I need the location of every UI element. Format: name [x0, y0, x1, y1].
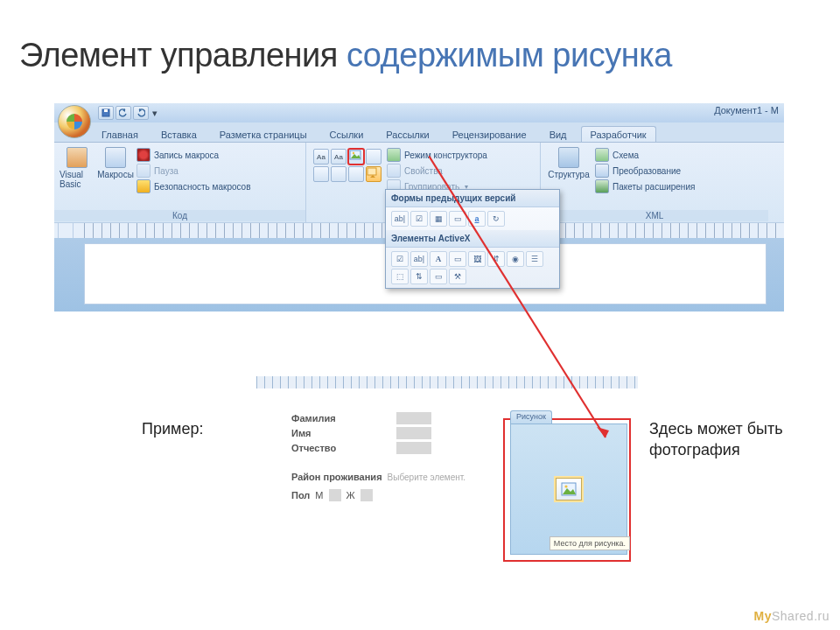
activex-header: Элементы ActiveX [386, 230, 559, 248]
quick-access-toolbar: ▾ [98, 106, 159, 120]
ax-combobox-icon[interactable]: ▭ [449, 251, 466, 267]
design-mode-button[interactable]: Режим конструктора [385, 147, 489, 163]
dropdown-control-icon[interactable] [313, 166, 329, 182]
macros-button[interactable]: Макросы [96, 145, 135, 208]
checkbox-male[interactable] [329, 489, 341, 501]
picture-tooltip: Место для рисунка. [550, 536, 630, 550]
ax-button-icon[interactable]: ▭ [430, 269, 447, 284]
legacy-forms-icons: ab| ☑ ▦ ▭ a ↻ [386, 207, 559, 230]
ribbon-tabs: Главная Вставка Разметка страницы Ссылки… [54, 122, 784, 142]
macros-icon [105, 147, 126, 168]
region-placeholder[interactable]: Выберите элемент. [388, 472, 466, 482]
svg-rect-4 [368, 168, 376, 175]
expansion-icon [595, 179, 609, 193]
svg-point-3 [353, 152, 354, 154]
datepicker-control-icon[interactable] [331, 166, 346, 182]
ax-label-icon[interactable]: A [430, 251, 447, 267]
label-patronymic: Отчество [291, 443, 388, 453]
tab-references[interactable]: Ссылки [321, 127, 373, 142]
properties-button[interactable]: Свойства [385, 163, 489, 178]
redo-icon[interactable] [133, 106, 149, 120]
titlebar: ▾ Документ1 - M [54, 103, 784, 122]
legacy-frame-icon[interactable]: ▭ [449, 211, 466, 227]
svg-rect-1 [104, 109, 108, 112]
legacy-text-field-icon[interactable]: ab| [391, 211, 409, 227]
legacy-shading-icon[interactable]: a [468, 211, 486, 227]
ax-listbox-icon[interactable]: ☰ [526, 251, 543, 267]
tab-insert[interactable]: Вставка [152, 127, 206, 142]
doc-page: Фамилия Имя Отчество Район проживания Вы… [256, 388, 638, 597]
slide-title-part1: Элемент управления [19, 37, 346, 74]
structure-icon [558, 147, 579, 168]
ax-scroll-icon[interactable]: ⇵ [487, 251, 505, 267]
combobox-control-icon[interactable] [366, 149, 382, 164]
office-button[interactable] [58, 105, 91, 138]
picture-control-highlight: Рисунок Место для рисунка. [503, 418, 631, 562]
design-mode-icon [387, 148, 401, 162]
undo-icon[interactable] [116, 106, 131, 120]
richtext-control-icon[interactable]: Aa [313, 149, 329, 164]
tab-pagelayout[interactable]: Разметка страницы [211, 127, 316, 142]
picture-control-icon[interactable] [348, 149, 364, 164]
tab-home[interactable]: Главная [93, 127, 147, 142]
visual-basic-icon [66, 147, 88, 168]
document-example: Фамилия Имя Отчество Район проживания Вы… [256, 376, 638, 597]
svg-point-8 [564, 485, 567, 487]
photo-hint-label: Здесь может быть фотография [649, 418, 789, 461]
tab-view[interactable]: Вид [541, 127, 576, 142]
slide-title: Элемент управления содержимым рисунка [19, 37, 672, 74]
properties-icon [387, 164, 401, 178]
ax-more-icon[interactable]: ⚒ [449, 269, 466, 284]
label-surname: Фамилия [291, 413, 388, 424]
expansion-packs-button[interactable]: Пакеты расширения [593, 178, 696, 194]
group-code-label: Код [54, 210, 305, 221]
schema-icon [595, 148, 609, 162]
ax-toggle-icon[interactable]: ⬚ [391, 269, 409, 284]
label-sex-f: Ж [346, 490, 355, 500]
legacy-forms-header: Формы предыдущих версий [386, 190, 559, 207]
save-icon[interactable] [98, 106, 114, 120]
plaintext-control-icon[interactable]: Aa [331, 149, 346, 164]
legacy-checkbox-icon[interactable]: ☑ [410, 211, 428, 227]
ax-option-icon[interactable]: ◉ [507, 251, 524, 267]
input-patronymic[interactable] [396, 442, 431, 454]
macro-security-button[interactable]: Безопасность макросов [135, 178, 253, 194]
pause-recording-button[interactable]: Пауза [135, 163, 253, 178]
document-name: Документ1 - M [714, 105, 779, 116]
controls-gallery: Aa Aa [310, 145, 385, 208]
ax-spin-icon[interactable]: ⇅ [410, 269, 428, 284]
tab-review[interactable]: Рецензирование [444, 127, 536, 142]
example-label: Пример: [142, 420, 203, 438]
ax-checkbox-icon[interactable]: ☑ [391, 251, 409, 267]
qat-dropdown-icon[interactable]: ▾ [150, 106, 159, 120]
pause-icon [136, 164, 150, 178]
transform-button[interactable]: Преобразование [593, 163, 696, 178]
input-surname[interactable] [396, 412, 431, 424]
ax-image-icon[interactable]: 🖼 [468, 251, 486, 267]
insert-picture-icon[interactable] [556, 478, 582, 500]
input-name[interactable] [396, 427, 431, 439]
legacy-dropdown-icon[interactable]: ▦ [430, 211, 447, 227]
visual-basic-button[interactable]: Visual Basic [58, 145, 96, 208]
tab-mailings[interactable]: Рассылки [377, 127, 438, 142]
checkbox-female[interactable] [360, 489, 373, 501]
watermark: MyShared.ru [754, 609, 830, 623]
group-xml: Структура Схема Преобразование Пакеты ра… [541, 143, 768, 222]
group-code: Visual Basic Макросы Запись макроса Пауз… [54, 143, 306, 222]
ax-textbox-icon[interactable]: ab| [410, 251, 428, 267]
buildingblock-control-icon[interactable] [348, 166, 364, 182]
group-xml-label: XML [541, 210, 768, 221]
legacy-reset-icon[interactable]: ↻ [487, 211, 505, 227]
label-name: Имя [291, 428, 388, 438]
schema-button[interactable]: Схема [593, 147, 696, 163]
label-region: Район проживания [291, 472, 382, 482]
label-sex: Пол [291, 490, 310, 500]
picture-control-tab[interactable]: Рисунок [510, 410, 552, 424]
tab-developer[interactable]: Разработчик [581, 126, 656, 142]
legacy-tools-button[interactable] [366, 166, 382, 182]
warning-icon [136, 179, 150, 193]
record-macro-button[interactable]: Запись макроса [135, 147, 253, 163]
slide-title-part2: содержимым рисунка [346, 37, 672, 74]
picture-content-control[interactable]: Рисунок Место для рисунка. [510, 424, 627, 555]
activex-icons: ☑ ab| A ▭ 🖼 ⇵ ◉ ☰ ⬚ ⇅ ▭ ⚒ [386, 248, 559, 288]
